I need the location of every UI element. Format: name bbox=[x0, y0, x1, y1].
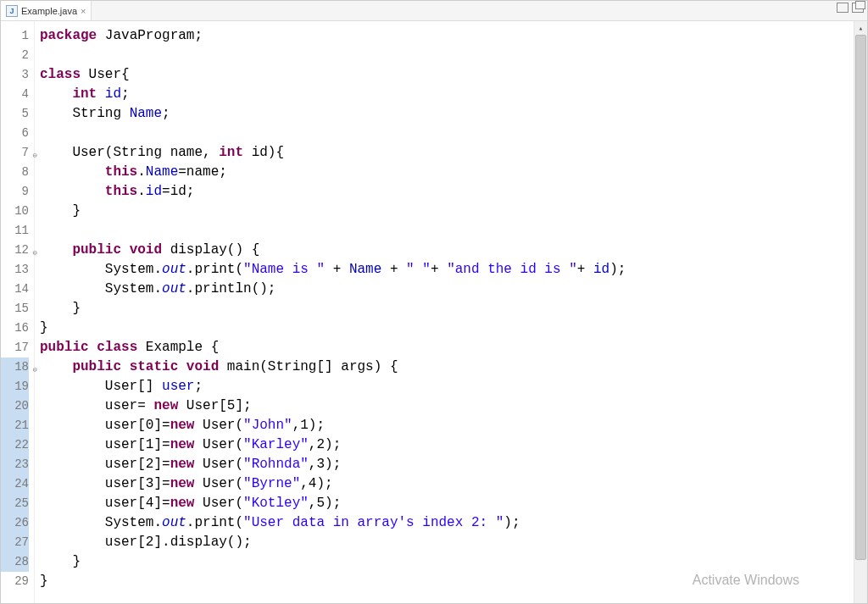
line-number: 20 bbox=[1, 396, 29, 416]
code-line[interactable] bbox=[40, 221, 867, 241]
line-number: 21 bbox=[1, 416, 29, 435]
code-line[interactable]: System.out.print("User data in array's i… bbox=[40, 513, 867, 533]
line-number: 7⊖ bbox=[1, 143, 29, 163]
line-number: 29 bbox=[1, 572, 29, 591]
code-line[interactable]: } bbox=[40, 572, 867, 591]
fold-icon[interactable]: ⊖ bbox=[29, 147, 37, 155]
code-line[interactable]: user[1]=new User("Karley",2); bbox=[40, 435, 867, 455]
code-line[interactable]: int id; bbox=[40, 85, 867, 104]
line-number: 15 bbox=[1, 299, 29, 319]
code-line[interactable]: package JavaProgram; bbox=[40, 26, 867, 46]
line-number: 17 bbox=[1, 338, 29, 357]
fold-icon[interactable]: ⊖ bbox=[29, 244, 37, 252]
editor: 1234567⊖89101112⊖131415161718⊖1920212223… bbox=[1, 21, 867, 603]
fold-icon[interactable]: ⊖ bbox=[29, 361, 37, 369]
line-number: 8 bbox=[1, 163, 29, 182]
code-line[interactable]: user[0]=new User("John",1); bbox=[40, 416, 867, 435]
code-line[interactable]: System.out.print("Name is " + Name + " "… bbox=[40, 260, 867, 280]
line-number: 3 bbox=[1, 65, 29, 85]
tab-filename: Example.java bbox=[21, 6, 77, 16]
scroll-up-icon[interactable]: ▴ bbox=[854, 21, 867, 35]
code-line[interactable]: } bbox=[40, 319, 867, 338]
minimize-view-icon[interactable] bbox=[837, 3, 849, 13]
code-line[interactable]: } bbox=[40, 299, 867, 319]
line-number: 18⊖ bbox=[1, 357, 29, 377]
tab-close-icon[interactable]: × bbox=[81, 6, 86, 16]
line-number: 26 bbox=[1, 513, 29, 533]
code-line[interactable]: user[2].display(); bbox=[40, 533, 867, 552]
line-number: 12⊖ bbox=[1, 241, 29, 260]
line-number: 28 bbox=[1, 552, 29, 572]
scrollbar-thumb[interactable] bbox=[855, 35, 866, 560]
line-number: 22 bbox=[1, 435, 29, 455]
line-number: 16 bbox=[1, 319, 29, 338]
code-line[interactable]: User[] user; bbox=[40, 377, 867, 396]
tab-bar: J Example.java × bbox=[1, 1, 867, 21]
code-line[interactable]: public void display() { bbox=[40, 241, 867, 260]
tab-bar-controls bbox=[837, 3, 864, 13]
code-line[interactable]: } bbox=[40, 552, 867, 572]
code-line[interactable] bbox=[40, 46, 867, 65]
line-number: 10 bbox=[1, 202, 29, 221]
code-line[interactable]: } bbox=[40, 202, 867, 221]
line-number: 6 bbox=[1, 124, 29, 143]
line-number: 24 bbox=[1, 474, 29, 494]
code-line[interactable]: this.id=id; bbox=[40, 182, 867, 202]
code-line[interactable] bbox=[40, 124, 867, 143]
line-number: 13 bbox=[1, 260, 29, 280]
line-number: 1 bbox=[1, 26, 29, 46]
java-file-icon: J bbox=[6, 5, 18, 17]
code-line[interactable]: user[2]=new User("Rohnda",3); bbox=[40, 455, 867, 474]
code-line[interactable]: System.out.println(); bbox=[40, 280, 867, 299]
line-number: 25 bbox=[1, 494, 29, 513]
code-line[interactable]: this.Name=name; bbox=[40, 163, 867, 182]
line-number: 4 bbox=[1, 85, 29, 104]
code-line[interactable]: user= new User[5]; bbox=[40, 396, 867, 416]
line-number: 5 bbox=[1, 104, 29, 124]
line-number-gutter: 1234567⊖89101112⊖131415161718⊖1920212223… bbox=[1, 21, 35, 603]
editor-tab[interactable]: J Example.java × bbox=[1, 1, 92, 20]
code-line[interactable]: user[4]=new User("Kotley",5); bbox=[40, 494, 867, 513]
line-number: 23 bbox=[1, 455, 29, 474]
code-line[interactable]: User(String name, int id){ bbox=[40, 143, 867, 163]
line-number: 2 bbox=[1, 46, 29, 65]
line-number: 19 bbox=[1, 377, 29, 396]
code-line[interactable]: user[3]=new User("Byrne",4); bbox=[40, 474, 867, 494]
line-number: 27 bbox=[1, 533, 29, 552]
maximize-view-icon[interactable] bbox=[852, 3, 864, 13]
line-number: 11 bbox=[1, 221, 29, 241]
line-number: 9 bbox=[1, 182, 29, 202]
vertical-scrollbar[interactable]: ▴ bbox=[854, 21, 867, 603]
code-line[interactable]: class User{ bbox=[40, 65, 867, 85]
code-area[interactable]: package JavaProgram;class User{ int id; … bbox=[35, 21, 867, 603]
line-number: 14 bbox=[1, 280, 29, 299]
code-line[interactable]: String Name; bbox=[40, 104, 867, 124]
code-line[interactable]: public class Example { bbox=[40, 338, 867, 357]
code-line[interactable]: public static void main(String[] args) { bbox=[40, 357, 867, 377]
